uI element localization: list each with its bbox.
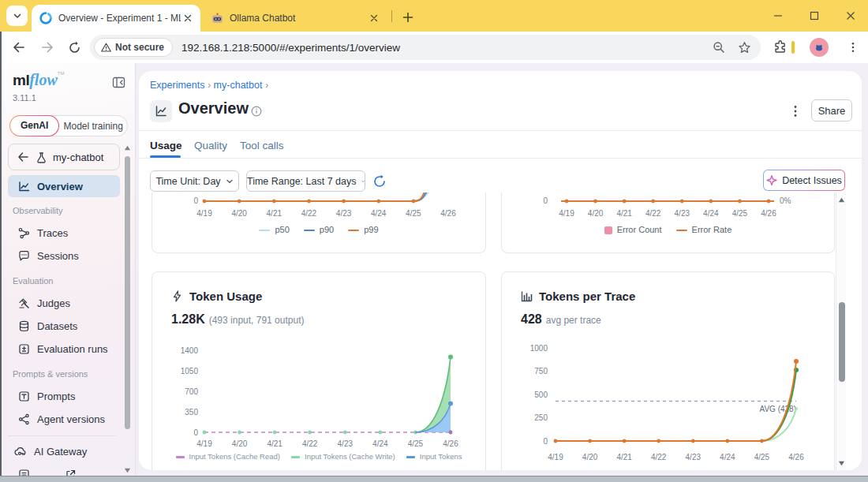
x-axis-label: 4/19 — [189, 209, 220, 218]
window-maximize-button[interactable] — [799, 0, 829, 32]
breadcrumb-experiments[interactable]: Experiments — [150, 80, 204, 91]
sidebar-item-agent-versions[interactable]: Agent versions — [2, 408, 123, 431]
url-text[interactable]: 192.168.1.218:5000/#/experiments/1/overv… — [181, 42, 713, 54]
token-usage-card: Token Usage 1.28K(493 input, 791 output)… — [152, 271, 486, 470]
browser-window: Overview - Experiment 1 - MLfl Ollama Ch… — [0, 0, 868, 482]
sessions-icon — [17, 250, 30, 263]
experiment-switcher[interactable]: my-chatbot — [8, 144, 120, 170]
experiment-name: my-chatbot — [53, 151, 103, 163]
x-axis-label: 4/21 — [608, 453, 640, 461]
page-menu-icon[interactable] — [788, 103, 803, 120]
x-axis-label: 4/20 — [580, 209, 612, 218]
x-axis-label: 4/24 — [365, 439, 396, 448]
tab-tool-calls[interactable]: Tool calls — [240, 140, 284, 151]
card-title: Token Usage — [189, 290, 262, 303]
scroll-down-icon[interactable] — [836, 458, 847, 469]
sidebar-item-label: Agent versions — [37, 413, 105, 425]
warning-icon — [101, 43, 111, 53]
sidebar-item-datasets[interactable]: Datasets — [2, 315, 123, 338]
window-minimize-button[interactable] — [763, 0, 793, 32]
legend-item[interactable]: p50 — [259, 225, 289, 234]
detect-issues-button[interactable]: Detect Issues — [763, 170, 845, 191]
new-tab-button[interactable] — [398, 7, 418, 28]
x-axis-label: 4/23 — [666, 209, 698, 218]
sidebar-nav: OverviewObservabilityTracesSessionsEvalu… — [2, 175, 123, 476]
sidebar-item-traces[interactable]: Traces — [2, 222, 123, 245]
pinned-extension-indicator[interactable] — [791, 41, 795, 54]
security-chip[interactable]: Not secure — [94, 38, 173, 57]
tab-title: Ollama Chatbot — [230, 13, 367, 24]
x-axis-label: 4/25 — [724, 209, 755, 218]
legend-item[interactable]: Error Rate — [676, 225, 732, 234]
zoom-icon[interactable] — [713, 41, 725, 54]
legend-item[interactable]: Input Tokens (Cache Read) — [176, 452, 280, 461]
window-close-button[interactable] — [836, 0, 866, 32]
scroll-up-icon[interactable] — [122, 142, 133, 153]
profile-avatar[interactable] — [810, 38, 829, 57]
legend-item[interactable]: Input Tokens — [406, 452, 462, 461]
mode-toggle: GenAI Model training — [9, 115, 128, 136]
tab-usage[interactable]: Usage — [150, 140, 182, 151]
legend-item[interactable]: p99 — [348, 225, 378, 234]
svg-text:0: 0 — [193, 196, 198, 205]
browser-tab-active[interactable]: Overview - Experiment 1 - MLfl — [32, 5, 200, 32]
svg-text:350: 350 — [185, 408, 198, 417]
forward-button[interactable] — [37, 37, 58, 58]
time-unit-dropdown[interactable]: Time Unit: Day — [150, 170, 239, 192]
breadcrumb-my-chatbot[interactable]: my-chatbot — [214, 80, 263, 91]
mode-genai-button[interactable]: GenAI — [9, 115, 59, 136]
tab-search-button[interactable] — [6, 6, 28, 26]
sidebar-scroll-thumb[interactable] — [125, 156, 130, 429]
tab-close-icon[interactable] — [181, 12, 194, 25]
sidebar-item-label: Prompts — [37, 390, 75, 402]
main-content: Experiments › my-chatbot › Overview Shar… — [136, 63, 868, 476]
mode-model-training-button[interactable]: Model training — [59, 121, 127, 132]
main-scrollbar[interactable] — [836, 192, 846, 470]
browser-tab-inactive[interactable]: Ollama Chatbot — [204, 5, 387, 32]
refresh-button[interactable] — [371, 173, 388, 190]
sidebar-scrollbar[interactable] — [122, 142, 133, 476]
x-axis-label: 4/22 — [643, 453, 675, 461]
svg-text:AVG (428): AVG (428) — [760, 405, 797, 413]
mlflow-logo: mlflowTM — [13, 71, 64, 89]
x-axis-label: 4/22 — [294, 439, 326, 448]
prompts-icon — [17, 390, 30, 403]
sidebar-item-judges[interactable]: Judges — [2, 292, 123, 315]
latency-chart-card: 0 4/194/204/214/224/234/244/254/26 p50p9… — [152, 192, 486, 253]
x-axis-label: 4/20 — [574, 453, 606, 461]
sidebar-collapse-icon[interactable] — [112, 76, 125, 89]
svg-text:750: 750 — [534, 367, 548, 376]
back-arrow-icon[interactable] — [17, 151, 29, 163]
x-axis-label: 4/26 — [432, 209, 464, 218]
info-icon[interactable] — [251, 106, 262, 117]
doc-icon — [17, 469, 30, 476]
overview-panel: Experiments › my-chatbot › Overview Shar… — [139, 71, 862, 470]
legend-item[interactable]: Input Tokens (Cache Write) — [291, 452, 395, 461]
time-range-dropdown[interactable]: Time Range: Last 7 days — [246, 170, 365, 192]
sidebar-item-ai-gateway[interactable]: AI Gateway — [2, 440, 123, 463]
share-button[interactable]: Share — [811, 99, 852, 121]
tab-quality[interactable]: Quality — [194, 140, 227, 151]
scroll-down-icon[interactable] — [122, 465, 133, 476]
page-title: Overview — [178, 99, 249, 118]
extensions-icon[interactable] — [770, 37, 791, 58]
evaluation-runs-icon — [17, 343, 30, 356]
legend-item[interactable]: p90 — [304, 225, 334, 234]
sidebar-item-evaluation-runs[interactable]: Evaluation runs — [2, 338, 123, 361]
sidebar-item-prompts[interactable]: Prompts — [2, 385, 123, 408]
x-axis-label: 4/25 — [398, 209, 429, 218]
bookmark-star-icon[interactable] — [738, 41, 751, 54]
svg-text:0%: 0% — [780, 196, 791, 205]
browser-menu-icon[interactable] — [843, 37, 863, 58]
sidebar-item-overview[interactable]: Overview — [8, 175, 120, 197]
external-link-icon — [64, 469, 77, 476]
sidebar-item-sessions[interactable]: Sessions — [2, 245, 123, 267]
tab-close-icon[interactable] — [367, 12, 380, 25]
sidebar-item-docs[interactable] — [2, 463, 123, 476]
main-scroll-thumb[interactable] — [839, 302, 845, 382]
address-bar[interactable]: Not secure 192.168.1.218:5000/#/experime… — [90, 35, 761, 60]
back-button[interactable] — [9, 37, 29, 58]
scroll-up-icon[interactable] — [836, 194, 847, 205]
reload-button[interactable] — [64, 37, 84, 58]
legend-item[interactable]: Error Count — [604, 225, 662, 234]
